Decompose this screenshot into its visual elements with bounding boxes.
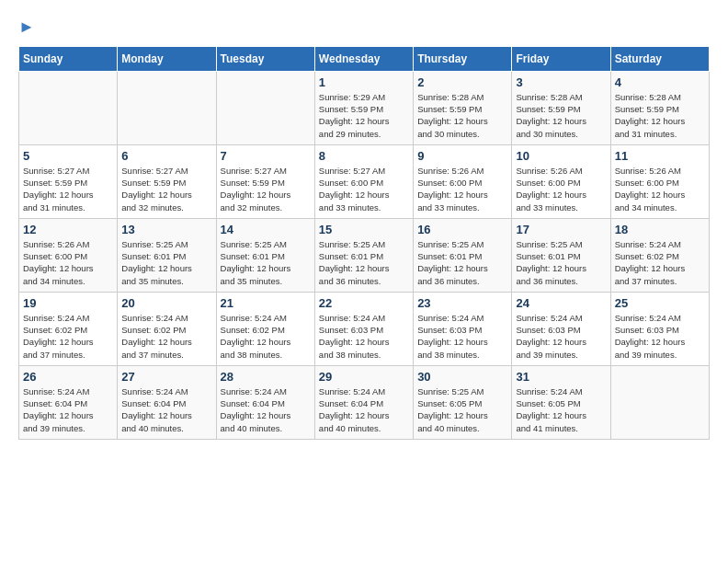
day-info: Sunrise: 5:25 AM Sunset: 6:01 PM Dayligh… bbox=[417, 238, 507, 287]
weekday-header: Thursday bbox=[414, 46, 512, 71]
day-number: 21 bbox=[221, 296, 311, 310]
day-number: 15 bbox=[319, 223, 409, 236]
weekday-header: Tuesday bbox=[216, 46, 314, 71]
day-info: Sunrise: 5:24 AM Sunset: 6:02 PM Dayligh… bbox=[615, 238, 705, 287]
calendar-cell bbox=[610, 365, 709, 439]
day-info: Sunrise: 5:28 AM Sunset: 5:59 PM Dayligh… bbox=[417, 91, 507, 140]
day-info: Sunrise: 5:24 AM Sunset: 6:03 PM Dayligh… bbox=[516, 312, 606, 361]
weekday-header: Sunday bbox=[19, 46, 118, 71]
day-info: Sunrise: 5:24 AM Sunset: 6:04 PM Dayligh… bbox=[221, 385, 311, 434]
day-number: 31 bbox=[516, 370, 606, 384]
calendar-week-row: 12Sunrise: 5:26 AM Sunset: 6:00 PM Dayli… bbox=[19, 218, 710, 292]
day-number: 19 bbox=[23, 296, 113, 310]
day-number: 6 bbox=[121, 149, 211, 163]
calendar-cell: 12Sunrise: 5:26 AM Sunset: 6:00 PM Dayli… bbox=[19, 218, 118, 292]
day-number: 17 bbox=[516, 223, 606, 236]
calendar-cell: 5Sunrise: 5:27 AM Sunset: 5:59 PM Daylig… bbox=[19, 144, 118, 218]
day-info: Sunrise: 5:24 AM Sunset: 6:02 PM Dayligh… bbox=[221, 312, 311, 361]
calendar-cell: 6Sunrise: 5:27 AM Sunset: 5:59 PM Daylig… bbox=[118, 144, 216, 218]
day-info: Sunrise: 5:24 AM Sunset: 6:03 PM Dayligh… bbox=[319, 312, 409, 361]
calendar-cell: 9Sunrise: 5:26 AM Sunset: 6:00 PM Daylig… bbox=[414, 144, 512, 218]
calendar-cell: 27Sunrise: 5:24 AM Sunset: 6:04 PM Dayli… bbox=[118, 365, 216, 439]
calendar-cell: 7Sunrise: 5:27 AM Sunset: 5:59 PM Daylig… bbox=[216, 144, 314, 218]
day-number: 4 bbox=[615, 75, 705, 89]
calendar-cell: 23Sunrise: 5:24 AM Sunset: 6:03 PM Dayli… bbox=[414, 292, 512, 365]
calendar-cell: 16Sunrise: 5:25 AM Sunset: 6:01 PM Dayli… bbox=[414, 218, 512, 292]
calendar-cell: 17Sunrise: 5:25 AM Sunset: 6:01 PM Dayli… bbox=[512, 218, 610, 292]
day-info: Sunrise: 5:29 AM Sunset: 5:59 PM Dayligh… bbox=[319, 91, 409, 140]
calendar-cell: 21Sunrise: 5:24 AM Sunset: 6:02 PM Dayli… bbox=[216, 292, 314, 365]
day-info: Sunrise: 5:24 AM Sunset: 6:02 PM Dayligh… bbox=[121, 312, 211, 361]
day-number: 20 bbox=[121, 296, 211, 310]
day-info: Sunrise: 5:24 AM Sunset: 6:04 PM Dayligh… bbox=[319, 385, 409, 434]
day-info: Sunrise: 5:28 AM Sunset: 5:59 PM Dayligh… bbox=[516, 91, 606, 140]
day-number: 28 bbox=[221, 370, 311, 384]
logo-text: ► bbox=[18, 18, 35, 37]
calendar-cell: 11Sunrise: 5:26 AM Sunset: 6:00 PM Dayli… bbox=[610, 144, 709, 218]
calendar-cell: 15Sunrise: 5:25 AM Sunset: 6:01 PM Dayli… bbox=[314, 218, 413, 292]
weekday-header: Wednesday bbox=[314, 46, 413, 71]
day-number: 26 bbox=[23, 370, 113, 384]
day-number: 25 bbox=[615, 296, 705, 310]
calendar-cell bbox=[19, 71, 118, 144]
calendar-cell bbox=[216, 71, 314, 144]
calendar-week-row: 5Sunrise: 5:27 AM Sunset: 5:59 PM Daylig… bbox=[19, 144, 710, 218]
calendar-cell: 24Sunrise: 5:24 AM Sunset: 6:03 PM Dayli… bbox=[512, 292, 610, 365]
calendar-week-row: 1Sunrise: 5:29 AM Sunset: 5:59 PM Daylig… bbox=[19, 71, 710, 144]
calendar-week-row: 19Sunrise: 5:24 AM Sunset: 6:02 PM Dayli… bbox=[19, 292, 710, 365]
calendar-cell: 31Sunrise: 5:24 AM Sunset: 6:05 PM Dayli… bbox=[512, 365, 610, 439]
day-info: Sunrise: 5:26 AM Sunset: 6:00 PM Dayligh… bbox=[615, 165, 705, 213]
calendar-cell: 8Sunrise: 5:27 AM Sunset: 6:00 PM Daylig… bbox=[314, 144, 413, 218]
calendar-header-row: SundayMondayTuesdayWednesdayThursdayFrid… bbox=[19, 46, 710, 71]
day-info: Sunrise: 5:26 AM Sunset: 6:00 PM Dayligh… bbox=[417, 165, 507, 213]
page-header: ► bbox=[18, 18, 710, 37]
day-info: Sunrise: 5:25 AM Sunset: 6:01 PM Dayligh… bbox=[516, 238, 606, 287]
calendar-cell bbox=[118, 71, 216, 144]
calendar-cell: 4Sunrise: 5:28 AM Sunset: 5:59 PM Daylig… bbox=[610, 71, 709, 144]
calendar-cell: 3Sunrise: 5:28 AM Sunset: 5:59 PM Daylig… bbox=[512, 71, 610, 144]
day-number: 11 bbox=[615, 149, 705, 163]
day-number: 24 bbox=[516, 296, 606, 310]
day-info: Sunrise: 5:27 AM Sunset: 5:59 PM Dayligh… bbox=[121, 165, 211, 213]
day-number: 22 bbox=[319, 296, 409, 310]
day-info: Sunrise: 5:27 AM Sunset: 5:59 PM Dayligh… bbox=[23, 165, 113, 213]
day-info: Sunrise: 5:25 AM Sunset: 6:01 PM Dayligh… bbox=[121, 238, 211, 287]
day-number: 3 bbox=[516, 75, 606, 89]
calendar-cell: 1Sunrise: 5:29 AM Sunset: 5:59 PM Daylig… bbox=[314, 71, 413, 144]
day-number: 10 bbox=[516, 149, 606, 163]
day-info: Sunrise: 5:24 AM Sunset: 6:02 PM Dayligh… bbox=[23, 312, 113, 361]
day-number: 2 bbox=[417, 75, 507, 89]
calendar-cell: 19Sunrise: 5:24 AM Sunset: 6:02 PM Dayli… bbox=[19, 292, 118, 365]
day-number: 5 bbox=[23, 149, 113, 163]
day-number: 18 bbox=[615, 223, 705, 236]
day-number: 27 bbox=[121, 370, 211, 384]
day-info: Sunrise: 5:25 AM Sunset: 6:01 PM Dayligh… bbox=[319, 238, 409, 287]
day-info: Sunrise: 5:26 AM Sunset: 6:00 PM Dayligh… bbox=[516, 165, 606, 213]
day-info: Sunrise: 5:27 AM Sunset: 5:59 PM Dayligh… bbox=[221, 165, 311, 213]
day-number: 12 bbox=[23, 223, 113, 236]
calendar-cell: 18Sunrise: 5:24 AM Sunset: 6:02 PM Dayli… bbox=[610, 218, 709, 292]
day-info: Sunrise: 5:25 AM Sunset: 6:01 PM Dayligh… bbox=[221, 238, 311, 287]
calendar-cell: 20Sunrise: 5:24 AM Sunset: 6:02 PM Dayli… bbox=[118, 292, 216, 365]
day-info: Sunrise: 5:26 AM Sunset: 6:00 PM Dayligh… bbox=[23, 238, 113, 287]
day-info: Sunrise: 5:24 AM Sunset: 6:04 PM Dayligh… bbox=[23, 385, 113, 434]
day-number: 29 bbox=[319, 370, 409, 384]
day-number: 7 bbox=[221, 149, 311, 163]
calendar-table: SundayMondayTuesdayWednesdayThursdayFrid… bbox=[18, 46, 710, 440]
calendar-cell: 30Sunrise: 5:25 AM Sunset: 6:05 PM Dayli… bbox=[414, 365, 512, 439]
day-number: 8 bbox=[319, 149, 409, 163]
day-number: 9 bbox=[417, 149, 507, 163]
day-number: 23 bbox=[417, 296, 507, 310]
calendar-cell: 25Sunrise: 5:24 AM Sunset: 6:03 PM Dayli… bbox=[610, 292, 709, 365]
calendar-cell: 26Sunrise: 5:24 AM Sunset: 6:04 PM Dayli… bbox=[19, 365, 118, 439]
weekday-header: Monday bbox=[118, 46, 216, 71]
day-info: Sunrise: 5:24 AM Sunset: 6:03 PM Dayligh… bbox=[615, 312, 705, 361]
weekday-header: Saturday bbox=[610, 46, 709, 71]
weekday-header: Friday bbox=[512, 46, 610, 71]
day-info: Sunrise: 5:24 AM Sunset: 6:05 PM Dayligh… bbox=[516, 385, 606, 434]
calendar-cell: 28Sunrise: 5:24 AM Sunset: 6:04 PM Dayli… bbox=[216, 365, 314, 439]
calendar-cell: 13Sunrise: 5:25 AM Sunset: 6:01 PM Dayli… bbox=[118, 218, 216, 292]
calendar-week-row: 26Sunrise: 5:24 AM Sunset: 6:04 PM Dayli… bbox=[19, 365, 710, 439]
logo: ► bbox=[18, 18, 35, 37]
day-number: 14 bbox=[221, 223, 311, 236]
